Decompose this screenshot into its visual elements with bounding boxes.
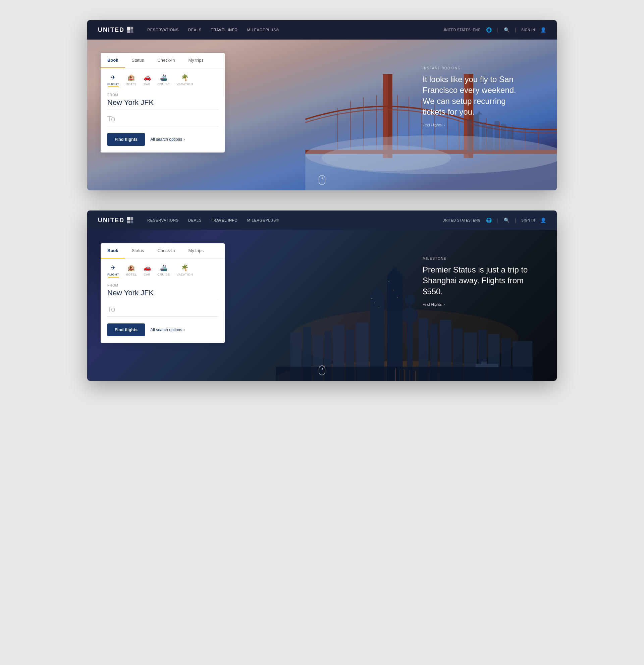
active-indicator: [108, 87, 119, 87]
transport-car-2[interactable]: 🚗 CAR: [144, 264, 151, 278]
info-title-2: Premier Status is just a trip to Shangha…: [423, 264, 530, 297]
sign-in-label[interactable]: SIGN IN: [521, 28, 535, 32]
svg-rect-37: [130, 217, 133, 220]
svg-rect-71: [393, 290, 394, 290]
globe-icon[interactable]: 🌐: [486, 27, 492, 33]
svg-rect-67: [371, 298, 372, 299]
svg-rect-0: [127, 27, 130, 30]
active-indicator-2: [108, 277, 119, 278]
logo[interactable]: UNITED: [98, 26, 134, 34]
navbar-right: UNITED STATES: ENG 🌐 | 🔍 | SIGN IN 👤: [442, 27, 546, 33]
tab-checkin[interactable]: Check-In: [151, 53, 182, 68]
scroll-mouse: [319, 175, 325, 185]
nav-travel-info[interactable]: TRAVEL INFO: [211, 28, 238, 32]
svg-point-57: [405, 294, 415, 305]
from-label-2: FROM: [107, 284, 218, 287]
tab-mytrips-2[interactable]: My trips: [182, 243, 210, 259]
svg-rect-1: [130, 27, 133, 30]
svg-point-35: [322, 145, 451, 171]
nav-deals[interactable]: DEALS: [188, 28, 202, 32]
navbar-1: UNITED RESERVATIONS DEALS TRAVEL INFO MI…: [87, 20, 557, 40]
region-label-2: UNITED STATES: ENG: [442, 218, 481, 222]
svg-rect-2: [127, 30, 130, 33]
globe-icon-2[interactable]: 🌐: [486, 217, 492, 223]
cruise-label: CRUISE: [158, 82, 170, 86]
nav-deals-2[interactable]: DEALS: [188, 218, 202, 222]
vacation-label-2: VACATION: [177, 273, 193, 276]
svg-rect-70: [388, 281, 389, 282]
tab-mytrips[interactable]: My trips: [182, 53, 210, 68]
transport-vacation-2[interactable]: 🌴 VACATION: [177, 264, 193, 278]
find-flights-button[interactable]: Find flights: [107, 133, 145, 146]
user-icon-2[interactable]: 👤: [540, 217, 546, 223]
hotel-icon-2: 🏨: [127, 264, 135, 271]
to-field[interactable]: To: [107, 115, 218, 126]
vacation-label: VACATION: [177, 82, 193, 86]
hero-1: Book Status Check-In My trips ✈ FLIGHT 🏨…: [87, 40, 557, 190]
transport-car[interactable]: 🚗 CAR: [144, 74, 151, 87]
car-icon-2: 🚗: [144, 264, 151, 271]
transport-hotel-2[interactable]: 🏨 HOTEL: [126, 264, 137, 278]
logo-2[interactable]: UNITED: [98, 216, 134, 224]
scroll-dot-2: [322, 368, 323, 370]
booking-widget-1: Book Status Check-In My trips ✈ FLIGHT 🏨…: [100, 53, 225, 152]
from-value-2[interactable]: New York JFK: [107, 289, 218, 300]
scroll-indicator-1: [319, 175, 325, 185]
vacation-icon: 🌴: [181, 74, 188, 81]
from-value[interactable]: New York JFK: [107, 98, 218, 110]
widget-body-2: ✈ FLIGHT 🏨 HOTEL 🚗 CAR 🚢 CRUISE: [100, 259, 225, 343]
nav-mileageplus[interactable]: MILEAGEPLUS®: [247, 28, 279, 32]
svg-rect-52: [387, 276, 403, 381]
cruise-icon: 🚢: [160, 74, 167, 81]
find-flights-button-2[interactable]: Find flights: [107, 323, 145, 336]
tab-status-2[interactable]: Status: [125, 243, 151, 259]
transport-vacation[interactable]: 🌴 VACATION: [177, 74, 193, 87]
user-icon[interactable]: 👤: [540, 27, 546, 33]
info-link-1[interactable]: Find Flights ›: [423, 123, 530, 127]
screenshot-2: UNITED RESERVATIONS DEALS TRAVEL INFO MI…: [87, 210, 557, 381]
car-label-2: CAR: [144, 273, 151, 276]
transport-hotel[interactable]: 🏨 HOTEL: [126, 74, 137, 87]
nav-reservations[interactable]: RESERVATIONS: [147, 28, 179, 32]
transport-icons: ✈ FLIGHT 🏨 HOTEL 🚗 CAR 🚢 CRUISE: [107, 74, 218, 87]
nav-links: RESERVATIONS DEALS TRAVEL INFO MILEAGEPL…: [147, 28, 279, 32]
sign-in-label-2[interactable]: SIGN IN: [521, 218, 535, 222]
transport-cruise-2[interactable]: 🚢 CRUISE: [158, 264, 170, 278]
all-search-link-2[interactable]: All search options ›: [150, 327, 185, 332]
info-link-2[interactable]: Find Flights ›: [423, 302, 530, 306]
to-field-2[interactable]: To: [107, 305, 218, 317]
tab-status[interactable]: Status: [125, 53, 151, 68]
svg-rect-68: [374, 302, 375, 303]
nav-links-2: RESERVATIONS DEALS TRAVEL INFO MILEAGEPL…: [147, 218, 279, 222]
navbar-right-2: UNITED STATES: ENG 🌐 | 🔍 | SIGN IN 👤: [442, 217, 546, 223]
nav-travel-info-2[interactable]: TRAVEL INFO: [211, 218, 238, 222]
hero-2: Book Status Check-In My trips ✈ FLIGHT 🏨…: [87, 230, 557, 381]
tab-book-2[interactable]: Book: [100, 243, 125, 259]
info-card-1: INSTANT BOOKING It looks like you fly to…: [423, 66, 530, 127]
scroll-mouse-2: [319, 365, 325, 375]
svg-rect-3: [130, 30, 133, 33]
transport-flight[interactable]: ✈ FLIGHT: [107, 74, 119, 87]
flight-label: FLIGHT: [107, 82, 119, 86]
cruise-label-2: CRUISE: [158, 273, 170, 276]
info-badge-2: MILESTONE: [423, 257, 530, 261]
nav-mileageplus-2[interactable]: MILEAGEPLUS®: [247, 218, 279, 222]
tab-checkin-2[interactable]: Check-In: [151, 243, 182, 259]
widget-actions: Find flights All search options ›: [107, 133, 218, 146]
car-label: CAR: [144, 82, 151, 86]
info-badge-1: INSTANT BOOKING: [423, 66, 530, 70]
all-search-link[interactable]: All search options ›: [150, 137, 185, 142]
search-icon[interactable]: 🔍: [504, 27, 510, 33]
svg-rect-36: [127, 217, 130, 220]
nav-reservations-2[interactable]: RESERVATIONS: [147, 218, 179, 222]
tab-book[interactable]: Book: [100, 53, 125, 68]
svg-rect-69: [379, 307, 380, 307]
widget-tabs: Book Status Check-In My trips: [100, 53, 225, 69]
widget-body: ✈ FLIGHT 🏨 HOTEL 🚗 CAR 🚢 CRUISE: [100, 69, 225, 152]
scroll-dot: [322, 177, 323, 179]
logo-text: UNITED: [98, 26, 125, 34]
search-icon-2[interactable]: 🔍: [504, 217, 510, 223]
transport-cruise[interactable]: 🚢 CRUISE: [158, 74, 170, 87]
svg-rect-80: [481, 361, 487, 364]
transport-flight-2[interactable]: ✈ FLIGHT: [107, 264, 119, 278]
